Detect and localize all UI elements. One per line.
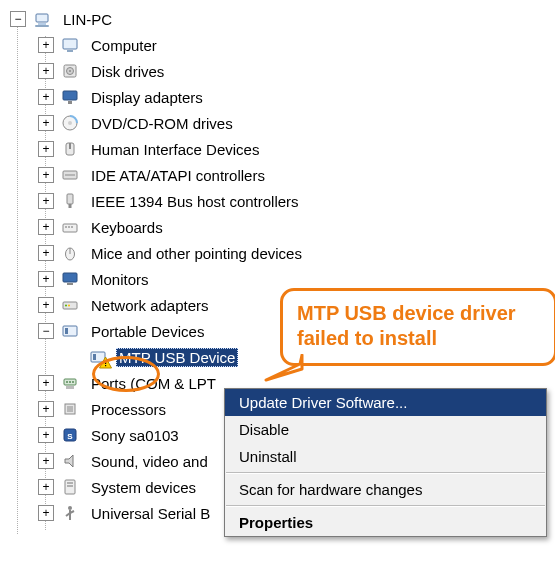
- computer-icon: [60, 35, 80, 55]
- display-icon: [60, 87, 80, 107]
- tree-category-label: Sony sa0103: [88, 426, 182, 445]
- tree-category-label: Monitors: [88, 270, 152, 289]
- tree-category-label: DVD/CD-ROM drives: [88, 114, 236, 133]
- tree-category-label: Keyboards: [88, 218, 166, 237]
- tree-category-label: Display adapters: [88, 88, 206, 107]
- expander-icon[interactable]: +: [38, 271, 54, 287]
- tree-category[interactable]: +DVD/CD-ROM drives: [10, 110, 555, 136]
- menu-item[interactable]: Update Driver Software...: [225, 389, 546, 416]
- expander-icon[interactable]: +: [38, 167, 54, 183]
- expander-icon[interactable]: +: [38, 375, 54, 391]
- tree-category-label: Mice and other pointing devices: [88, 244, 305, 263]
- context-menu: Update Driver Software...DisableUninstal…: [224, 388, 547, 537]
- expander-icon[interactable]: +: [38, 89, 54, 105]
- menu-separator: [226, 505, 545, 507]
- ieee-icon: [60, 191, 80, 211]
- system-icon: [60, 477, 80, 497]
- expander-icon[interactable]: +: [38, 37, 54, 53]
- tree-category-label: IDE ATA/ATAPI controllers: [88, 166, 268, 185]
- network-icon: [60, 295, 80, 315]
- sony-icon: [60, 425, 80, 445]
- portable-icon: [60, 321, 80, 341]
- expander-icon[interactable]: +: [38, 141, 54, 157]
- warning-overlay-icon: [99, 356, 112, 369]
- mouse-icon: [60, 243, 80, 263]
- keyboard-icon: [60, 217, 80, 237]
- cpu-icon: [60, 399, 80, 419]
- tree-category[interactable]: +Keyboards: [10, 214, 555, 240]
- tree-category-label: Sound, video and: [88, 452, 211, 471]
- ports-icon: [60, 373, 80, 393]
- expander-icon[interactable]: +: [38, 297, 54, 313]
- menu-item[interactable]: Disable: [225, 416, 546, 443]
- expander-icon[interactable]: +: [38, 427, 54, 443]
- portable-device-icon: [88, 347, 108, 367]
- tree-category-label: Network adapters: [88, 296, 212, 315]
- menu-item[interactable]: Properties: [225, 509, 546, 536]
- annotation-callout: MTP USB device driver failed to install: [280, 288, 555, 366]
- computer-root-icon: [32, 9, 52, 29]
- expander-icon[interactable]: +: [38, 479, 54, 495]
- menu-separator: [226, 472, 545, 474]
- expander-icon[interactable]: +: [38, 505, 54, 521]
- monitor-icon: [60, 269, 80, 289]
- expander-icon[interactable]: +: [38, 453, 54, 469]
- tree-category-label: Ports (COM & LPT: [88, 374, 219, 393]
- tree-category[interactable]: +Computer: [10, 32, 555, 58]
- tree-root-label: LIN-PC: [60, 10, 115, 29]
- expander-icon[interactable]: +: [38, 245, 54, 261]
- tree-category-label: Human Interface Devices: [88, 140, 262, 159]
- tree-category-label: Processors: [88, 400, 169, 419]
- expander-icon[interactable]: +: [38, 219, 54, 235]
- tree-category[interactable]: +IDE ATA/ATAPI controllers: [10, 162, 555, 188]
- tree-category[interactable]: +Human Interface Devices: [10, 136, 555, 162]
- annotation-callout-text: MTP USB device driver failed to install: [297, 302, 516, 349]
- menu-item[interactable]: Scan for hardware changes: [225, 476, 546, 503]
- expander-icon[interactable]: +: [38, 63, 54, 79]
- tree-category[interactable]: +Display adapters: [10, 84, 555, 110]
- expander-icon[interactable]: −: [38, 323, 54, 339]
- tree-category-label: Universal Serial B: [88, 504, 213, 523]
- tree-root[interactable]: − LIN-PC: [10, 6, 555, 32]
- expander-icon[interactable]: +: [38, 401, 54, 417]
- disk-icon: [60, 61, 80, 81]
- tree-category-label: System devices: [88, 478, 199, 497]
- tree-category-label: IEEE 1394 Bus host controllers: [88, 192, 302, 211]
- hid-icon: [60, 139, 80, 159]
- tree-category-label: Disk drives: [88, 62, 167, 81]
- tree-device-label: MTP USB Device: [116, 348, 238, 367]
- tree-category[interactable]: +Mice and other pointing devices: [10, 240, 555, 266]
- usb-icon: [60, 503, 80, 523]
- sound-icon: [60, 451, 80, 471]
- expander-icon[interactable]: −: [10, 11, 26, 27]
- ide-icon: [60, 165, 80, 185]
- expander-icon[interactable]: +: [38, 193, 54, 209]
- tree-category[interactable]: +IEEE 1394 Bus host controllers: [10, 188, 555, 214]
- expander-icon[interactable]: +: [38, 115, 54, 131]
- tree-category-label: Portable Devices: [88, 322, 207, 341]
- tree-category[interactable]: +Disk drives: [10, 58, 555, 84]
- annotation-callout-tail-icon: [264, 354, 304, 384]
- tree-category-label: Computer: [88, 36, 160, 55]
- menu-item[interactable]: Uninstall: [225, 443, 546, 470]
- dvd-icon: [60, 113, 80, 133]
